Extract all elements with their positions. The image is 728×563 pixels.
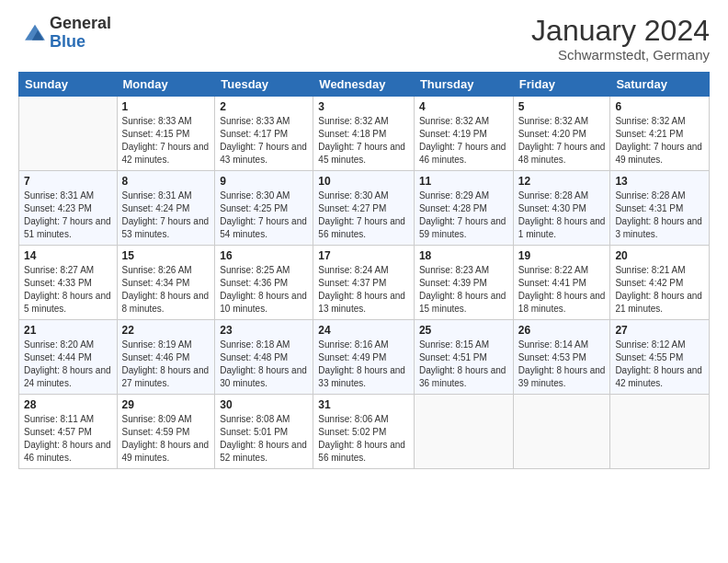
- day-info-0-6: Sunrise: 8:32 AMSunset: 4:21 PMDaylight:…: [615, 115, 704, 167]
- day-info-0-4: Sunrise: 8:32 AMSunset: 4:19 PMDaylight:…: [419, 115, 508, 167]
- day-info-3-6: Sunrise: 8:12 AMSunset: 4:55 PMDaylight:…: [615, 339, 704, 390]
- day-info-1-1: Sunrise: 8:31 AMSunset: 4:24 PMDaylight:…: [122, 190, 210, 241]
- day-number-0-3: 3: [318, 100, 409, 113]
- cell-0-3: 3Sunrise: 8:32 AMSunset: 4:18 PMDaylight…: [313, 97, 415, 171]
- day-info-1-2: Sunrise: 8:30 AMSunset: 4:25 PMDaylight:…: [220, 190, 308, 241]
- day-info-4-2: Sunrise: 8:08 AMSunset: 5:01 PMDaylight:…: [220, 413, 308, 465]
- cell-1-0: 7Sunrise: 8:31 AMSunset: 4:23 PMDaylight…: [19, 171, 118, 246]
- day-number-2-4: 18: [419, 249, 508, 262]
- day-info-2-2: Sunrise: 8:25 AMSunset: 4:36 PMDaylight:…: [220, 264, 308, 316]
- day-number-0-4: 4: [419, 100, 508, 113]
- week-row-2: 14Sunrise: 8:27 AMSunset: 4:33 PMDayligh…: [19, 246, 710, 320]
- cell-1-2: 9Sunrise: 8:30 AMSunset: 4:25 PMDaylight…: [215, 171, 313, 246]
- day-info-2-5: Sunrise: 8:22 AMSunset: 4:41 PMDaylight:…: [518, 264, 606, 316]
- day-number-0-6: 6: [615, 100, 704, 113]
- week-row-3: 21Sunrise: 8:20 AMSunset: 4:44 PMDayligh…: [19, 320, 710, 395]
- cell-1-4: 11Sunrise: 8:29 AMSunset: 4:28 PMDayligh…: [414, 171, 513, 246]
- day-number-4-2: 30: [220, 398, 308, 411]
- cell-0-2: 2Sunrise: 8:33 AMSunset: 4:17 PMDaylight…: [215, 97, 313, 171]
- day-number-2-2: 16: [220, 249, 308, 262]
- day-number-4-1: 29: [122, 398, 210, 411]
- cell-2-0: 14Sunrise: 8:27 AMSunset: 4:33 PMDayligh…: [19, 246, 118, 320]
- day-number-2-5: 19: [518, 249, 606, 262]
- day-number-0-5: 5: [518, 100, 606, 113]
- cell-4-1: 29Sunrise: 8:09 AMSunset: 4:59 PMDayligh…: [117, 395, 215, 469]
- title-section: January 2024 Schwarmstedt, Germany: [531, 15, 710, 63]
- week-row-4: 28Sunrise: 8:11 AMSunset: 4:57 PMDayligh…: [19, 395, 710, 469]
- day-number-1-1: 8: [122, 175, 210, 188]
- cell-3-2: 23Sunrise: 8:18 AMSunset: 4:48 PMDayligh…: [215, 320, 313, 395]
- header-wednesday: Wednesday: [313, 73, 415, 97]
- logo-blue: Blue: [50, 33, 111, 52]
- cell-4-5: [513, 395, 610, 469]
- cell-1-1: 8Sunrise: 8:31 AMSunset: 4:24 PMDaylight…: [117, 171, 215, 246]
- cell-3-6: 27Sunrise: 8:12 AMSunset: 4:55 PMDayligh…: [610, 320, 710, 395]
- page: General Blue January 2024 Schwarmstedt, …: [0, 0, 728, 563]
- header: General Blue January 2024 Schwarmstedt, …: [18, 15, 710, 63]
- day-info-0-3: Sunrise: 8:32 AMSunset: 4:18 PMDaylight:…: [318, 115, 409, 167]
- day-number-2-1: 15: [122, 249, 210, 262]
- cell-4-6: [610, 395, 710, 469]
- cell-2-2: 16Sunrise: 8:25 AMSunset: 4:36 PMDayligh…: [215, 246, 313, 320]
- day-number-3-6: 27: [615, 324, 704, 337]
- cell-0-0: [19, 97, 118, 171]
- cell-0-4: 4Sunrise: 8:32 AMSunset: 4:19 PMDaylight…: [414, 97, 513, 171]
- cell-3-3: 24Sunrise: 8:16 AMSunset: 4:49 PMDayligh…: [313, 320, 415, 395]
- day-number-3-2: 23: [220, 324, 308, 337]
- header-sunday: Sunday: [19, 73, 118, 97]
- cell-0-6: 6Sunrise: 8:32 AMSunset: 4:21 PMDaylight…: [610, 97, 710, 171]
- month-title: January 2024: [531, 15, 710, 47]
- day-info-2-3: Sunrise: 8:24 AMSunset: 4:37 PMDaylight:…: [318, 264, 409, 316]
- cell-2-5: 19Sunrise: 8:22 AMSunset: 4:41 PMDayligh…: [513, 246, 610, 320]
- day-info-2-1: Sunrise: 8:26 AMSunset: 4:34 PMDaylight:…: [122, 264, 210, 316]
- day-info-1-5: Sunrise: 8:28 AMSunset: 4:30 PMDaylight:…: [518, 190, 606, 241]
- location-subtitle: Schwarmstedt, Germany: [531, 47, 710, 63]
- day-info-3-0: Sunrise: 8:20 AMSunset: 4:44 PMDaylight:…: [24, 339, 112, 390]
- day-info-1-4: Sunrise: 8:29 AMSunset: 4:28 PMDaylight:…: [419, 190, 508, 241]
- cell-2-3: 17Sunrise: 8:24 AMSunset: 4:37 PMDayligh…: [313, 246, 415, 320]
- day-number-3-5: 26: [518, 324, 606, 337]
- day-info-2-0: Sunrise: 8:27 AMSunset: 4:33 PMDaylight:…: [24, 264, 112, 316]
- logo: General Blue: [18, 15, 111, 52]
- cell-4-2: 30Sunrise: 8:08 AMSunset: 5:01 PMDayligh…: [215, 395, 313, 469]
- cell-3-4: 25Sunrise: 8:15 AMSunset: 4:51 PMDayligh…: [414, 320, 513, 395]
- cell-1-6: 13Sunrise: 8:28 AMSunset: 4:31 PMDayligh…: [610, 171, 710, 246]
- day-number-1-2: 9: [220, 175, 308, 188]
- cell-2-6: 20Sunrise: 8:21 AMSunset: 4:42 PMDayligh…: [610, 246, 710, 320]
- logo-general: General: [50, 15, 111, 33]
- day-info-1-3: Sunrise: 8:30 AMSunset: 4:27 PMDaylight:…: [318, 190, 409, 241]
- week-row-0: 1Sunrise: 8:33 AMSunset: 4:15 PMDaylight…: [19, 97, 710, 171]
- day-number-1-4: 11: [419, 175, 508, 188]
- cell-2-4: 18Sunrise: 8:23 AMSunset: 4:39 PMDayligh…: [414, 246, 513, 320]
- day-info-1-0: Sunrise: 8:31 AMSunset: 4:23 PMDaylight:…: [24, 190, 112, 241]
- day-number-3-4: 25: [419, 324, 508, 337]
- cell-1-3: 10Sunrise: 8:30 AMSunset: 4:27 PMDayligh…: [313, 171, 415, 246]
- header-saturday: Saturday: [610, 73, 710, 97]
- day-info-3-5: Sunrise: 8:14 AMSunset: 4:53 PMDaylight:…: [518, 339, 606, 390]
- day-number-0-1: 1: [122, 100, 210, 113]
- day-number-1-5: 12: [518, 175, 606, 188]
- day-info-3-3: Sunrise: 8:16 AMSunset: 4:49 PMDaylight:…: [318, 339, 409, 390]
- day-info-4-0: Sunrise: 8:11 AMSunset: 4:57 PMDaylight:…: [24, 413, 112, 465]
- calendar-header-row: Sunday Monday Tuesday Wednesday Thursday…: [19, 73, 710, 97]
- day-number-3-0: 21: [24, 324, 112, 337]
- day-number-0-2: 2: [220, 100, 308, 113]
- day-info-1-6: Sunrise: 8:28 AMSunset: 4:31 PMDaylight:…: [615, 190, 704, 241]
- logo-icon: [22, 20, 48, 46]
- day-info-3-1: Sunrise: 8:19 AMSunset: 4:46 PMDaylight:…: [122, 339, 210, 390]
- day-info-3-4: Sunrise: 8:15 AMSunset: 4:51 PMDaylight:…: [419, 339, 508, 390]
- day-info-0-2: Sunrise: 8:33 AMSunset: 4:17 PMDaylight:…: [220, 115, 308, 167]
- week-row-1: 7Sunrise: 8:31 AMSunset: 4:23 PMDaylight…: [19, 171, 710, 246]
- cell-2-1: 15Sunrise: 8:26 AMSunset: 4:34 PMDayligh…: [117, 246, 215, 320]
- day-number-3-3: 24: [318, 324, 409, 337]
- day-number-1-3: 10: [318, 175, 409, 188]
- day-number-4-3: 31: [318, 398, 409, 411]
- header-tuesday: Tuesday: [215, 73, 313, 97]
- day-info-2-4: Sunrise: 8:23 AMSunset: 4:39 PMDaylight:…: [419, 264, 508, 316]
- cell-3-0: 21Sunrise: 8:20 AMSunset: 4:44 PMDayligh…: [19, 320, 118, 395]
- cell-4-4: [414, 395, 513, 469]
- day-number-2-0: 14: [24, 249, 112, 262]
- calendar-table: Sunday Monday Tuesday Wednesday Thursday…: [18, 72, 710, 469]
- cell-3-5: 26Sunrise: 8:14 AMSunset: 4:53 PMDayligh…: [513, 320, 610, 395]
- day-info-4-3: Sunrise: 8:06 AMSunset: 5:02 PMDaylight:…: [318, 413, 409, 465]
